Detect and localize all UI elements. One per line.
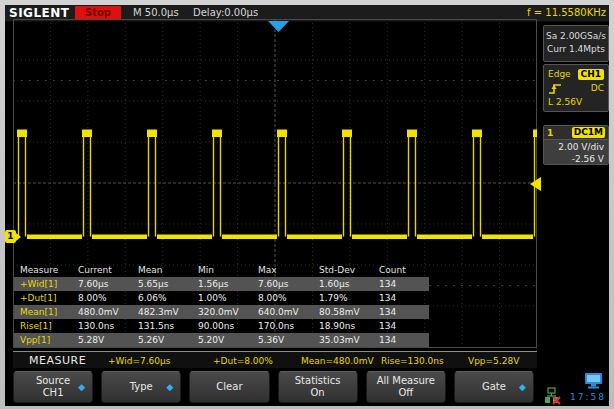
source-button[interactable]: Source CH1 ◆ xyxy=(13,371,93,403)
source-button-value: CH1 xyxy=(43,387,64,399)
column-header: Mean xyxy=(132,263,192,277)
frequency-counter: f = 11.5580KHz xyxy=(527,7,606,18)
measure-name: Vpp[1] xyxy=(14,333,72,347)
measure-value: 5.20V xyxy=(192,333,252,347)
measure-value: 1.00% xyxy=(192,291,252,305)
strip-measure-vpp: Vpp=5.28V xyxy=(468,356,519,366)
run-state-badge[interactable]: Stop xyxy=(75,6,121,20)
table-row: +Dut[1]8.00%6.06%1.00%8.00%1.79%134 xyxy=(14,291,530,305)
measure-value: 8.00% xyxy=(72,291,132,305)
trigger-coupling: DC xyxy=(591,83,604,93)
measure-value: 5.26V xyxy=(132,333,192,347)
statistics-button[interactable]: Statistics On xyxy=(278,371,358,403)
column-header: Min xyxy=(192,263,252,277)
measure-value: 134 xyxy=(373,319,493,333)
column-header: Std-Dev xyxy=(313,263,373,277)
gate-button[interactable]: Gate ◆ xyxy=(454,371,534,403)
strip-measure-rise: Rise=130.0ns xyxy=(381,356,444,366)
expand-diamond-icon: ◆ xyxy=(519,381,526,393)
measure-value: 320.0mV xyxy=(192,305,252,319)
rising-edge-icon xyxy=(548,82,562,95)
measure-value: 80.58mV xyxy=(313,305,373,319)
measure-value: 8.00% xyxy=(252,291,313,305)
status-corner: 17:58 xyxy=(537,365,609,406)
measure-value: 480.0mV xyxy=(72,305,132,319)
strip-measure-wid: +Wid=7.60μs xyxy=(108,356,170,366)
channel1-info-box[interactable]: 1 DC1M 2.00 V/div -2.56 V xyxy=(543,125,609,165)
memory-depth: Curr 1.4Mpts xyxy=(544,43,608,56)
all-measure-button-value: Off xyxy=(398,387,413,399)
clock-readout: 17:58 xyxy=(570,392,606,402)
measure-value: 5.65μs xyxy=(132,277,192,291)
measure-value: 134 xyxy=(373,277,493,291)
channel1-position-marker[interactable]: 1 xyxy=(5,230,16,243)
measure-table-header: MeasureCurrentMeanMinMaxStd-DevCount xyxy=(14,263,530,277)
acquisition-info-box: Sa 2.00GSa/s Curr 1.4Mpts xyxy=(543,25,609,62)
channel-offset: -2.56 V xyxy=(548,153,604,165)
trigger-level-arrow-icon[interactable] xyxy=(530,177,541,191)
type-button[interactable]: Type ◆ xyxy=(101,371,181,403)
right-sidebar: Sa 2.00GSa/s Curr 1.4Mpts Edge CH1 DC L … xyxy=(543,22,609,406)
measure-name: Rise[1] xyxy=(14,319,72,333)
trigger-type: Edge xyxy=(548,69,571,79)
column-header: Max xyxy=(252,263,313,277)
strip-measure-mean: Mean=480.0mV xyxy=(301,356,374,366)
measure-value: 7.60μs xyxy=(72,277,132,291)
table-row: +Wid[1]7.60μs5.65μs1.56μs7.60μs1.60μs134 xyxy=(14,277,530,291)
measure-name: Mean[1] xyxy=(14,305,72,319)
measure-name: +Wid[1] xyxy=(14,277,72,291)
measure-value: 134 xyxy=(373,305,493,319)
channel-scale: 2.00 V/div xyxy=(548,141,604,153)
measure-name: +Dut[1] xyxy=(14,291,72,305)
measure-value: 134 xyxy=(373,291,493,305)
measure-strip: MEASURE +Wid=7.60μs +Dut=8.00% Mean=480.… xyxy=(13,351,537,368)
clear-button[interactable]: Clear xyxy=(189,371,269,403)
measure-table-rows: +Wid[1]7.60μs5.65μs1.56μs7.60μs1.60μs134… xyxy=(14,277,530,347)
measure-value: 1.56μs xyxy=(192,277,252,291)
measure-value: 482.3mV xyxy=(132,305,192,319)
column-header: Measure xyxy=(14,263,72,277)
sample-rate: Sa 2.00GSa/s xyxy=(544,30,608,43)
channel-number: 1 xyxy=(547,128,553,138)
statistics-button-value: On xyxy=(310,387,324,399)
expand-diamond-icon: ◆ xyxy=(166,381,173,393)
measure-value: 170.0ns xyxy=(252,319,313,333)
measure-value: 35.03mV xyxy=(313,333,373,347)
table-row: Rise[1]130.0ns131.5ns90.00ns170.0ns18.90… xyxy=(14,319,530,333)
trigger-info-box: Edge CH1 DC L 2.56V xyxy=(543,64,609,112)
measure-value: 134 xyxy=(373,333,493,347)
scope-screen: SIGLENT Stop M 50.0μs Delay:0.00μs f = 1… xyxy=(5,5,609,406)
brand-logo: SIGLENT xyxy=(9,6,70,20)
delay-readout: Delay:0.00μs xyxy=(193,7,258,18)
measure-value: 6.06% xyxy=(132,291,192,305)
table-row: Vpp[1]5.28V5.26V5.20V5.36V35.03mV134 xyxy=(14,333,530,347)
measure-value: 1.79% xyxy=(313,291,373,305)
measure-value: 18.90ns xyxy=(313,319,373,333)
all-measure-button[interactable]: All Measure Off xyxy=(366,371,446,403)
measure-value: 90.00ns xyxy=(192,319,252,333)
measure-value: 5.28V xyxy=(72,333,132,347)
column-header: Current xyxy=(72,263,132,277)
source-button-label: Source xyxy=(36,375,70,387)
type-button-label: Type xyxy=(130,381,153,393)
measure-value: 131.5ns xyxy=(132,319,192,333)
column-header: Count xyxy=(373,263,493,277)
measure-table: MeasureCurrentMeanMinMaxStd-DevCount +Wi… xyxy=(14,263,530,347)
trigger-level: L 2.56V xyxy=(548,97,582,107)
expand-diamond-icon: ◆ xyxy=(78,381,85,393)
trigger-source-badge: CH1 xyxy=(578,69,604,80)
clear-button-label: Clear xyxy=(216,381,242,393)
strip-measure-dut: +Dut=8.00% xyxy=(213,356,273,366)
lan-disconnected-icon xyxy=(544,387,563,406)
monitor-icon[interactable] xyxy=(583,372,605,390)
measure-strip-title: MEASURE xyxy=(29,354,86,367)
measure-value: 1.60μs xyxy=(313,277,373,291)
all-measure-button-label: All Measure xyxy=(377,375,435,387)
soft-menu: Source CH1 ◆ Type ◆ Clear Statistics On … xyxy=(13,371,534,403)
channel-coupling-badge: DC1M xyxy=(572,127,605,138)
measure-value: 5.36V xyxy=(252,333,313,347)
table-row: Mean[1]480.0mV482.3mV320.0mV640.0mV80.58… xyxy=(14,305,530,319)
gate-button-label: Gate xyxy=(482,381,506,393)
measure-value: 7.60μs xyxy=(252,277,313,291)
timebase-readout: M 50.0μs xyxy=(133,7,179,18)
